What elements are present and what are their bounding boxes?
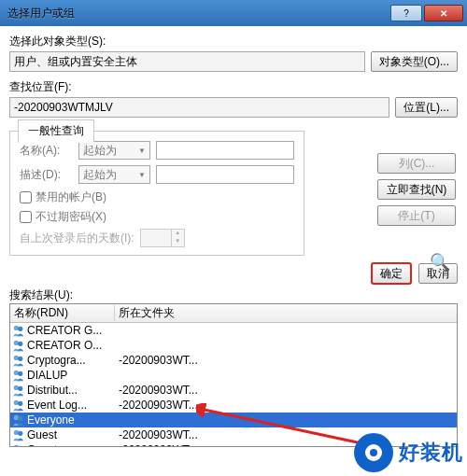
watermark-logo	[354, 433, 393, 472]
group-icon	[12, 399, 25, 412]
list-item[interactable]: Cryptogra...-20200903WT...	[10, 353, 457, 368]
results-header: 名称(RDN) 所在文件夹	[10, 304, 457, 323]
lastlogin-label: 自上次登录后的天数(I):	[20, 231, 134, 246]
list-item[interactable]: Event Log...-20200903WT...	[10, 398, 457, 413]
svg-point-17	[18, 446, 22, 447]
disabled-checkbox[interactable]: 禁用的帐户(B)	[20, 189, 294, 205]
query-group: 一般性查询 名称(A): 起始为▼ 描述(D): 起始为▼ 禁用的帐户(B) 不…	[9, 131, 304, 256]
columns-button[interactable]: 列(C)...	[377, 153, 456, 174]
list-item[interactable]: CREATOR O...	[10, 338, 457, 353]
help-button[interactable]: ?	[390, 5, 422, 21]
name-mode-select[interactable]: 起始为▼	[78, 141, 150, 160]
svg-point-0	[14, 326, 19, 330]
close-button[interactable]: ✕	[424, 5, 463, 21]
svg-point-10	[14, 400, 19, 405]
name-input[interactable]	[156, 141, 294, 160]
svg-point-15	[18, 431, 22, 436]
list-item[interactable]: Everyone	[10, 413, 457, 427]
objtype-label: 选择此对象类型(S):	[9, 34, 458, 49]
search-icon: 🔍	[430, 252, 450, 273]
svg-point-8	[14, 385, 19, 390]
ok-button[interactable]: 确定	[372, 263, 411, 284]
svg-point-3	[18, 342, 22, 346]
list-item[interactable]: Distribut...-20200903WT...	[10, 383, 457, 398]
watermark-text: 好装机	[399, 439, 463, 467]
group-icon	[12, 384, 25, 397]
stop-button[interactable]: 停止(T)	[377, 205, 456, 226]
group-icon	[12, 443, 25, 447]
tab-general[interactable]: 一般性查询	[18, 119, 94, 143]
svg-point-7	[18, 371, 22, 376]
results-list[interactable]: 名称(RDN) 所在文件夹 CREATOR G...CREATOR O...Cr…	[9, 303, 458, 447]
window-title: 选择用户或组	[7, 6, 389, 21]
svg-point-5	[18, 357, 22, 361]
group-icon	[12, 354, 25, 367]
list-item[interactable]: DIALUP	[10, 368, 457, 383]
svg-point-6	[14, 371, 19, 375]
lastlogin-spinner: ▲▼	[140, 229, 185, 247]
group-icon	[12, 324, 25, 337]
name-label: 名称(A):	[20, 143, 73, 159]
group-icon	[12, 369, 25, 382]
findnow-button[interactable]: 立即查找(N)	[377, 179, 456, 200]
watermark: 好装机	[354, 433, 463, 472]
titlebar: 选择用户或组 ? ✕	[0, 0, 467, 26]
group-icon	[12, 413, 25, 427]
desc-input[interactable]	[156, 165, 294, 184]
group-icon	[12, 428, 25, 441]
desc-mode-select[interactable]: 起始为▼	[78, 165, 150, 184]
list-item[interactable]: CREATOR G...	[10, 323, 457, 338]
svg-point-11	[18, 401, 22, 406]
svg-point-13	[18, 416, 22, 421]
svg-point-16	[14, 445, 19, 447]
chevron-down-icon: ▼	[138, 171, 146, 179]
svg-point-1	[18, 327, 22, 331]
svg-point-14	[14, 430, 19, 435]
desc-label: 描述(D):	[20, 167, 73, 183]
noexpire-checkbox[interactable]: 不过期密码(X)	[20, 209, 294, 225]
location-label: 查找位置(F):	[9, 79, 458, 95]
svg-point-4	[14, 356, 19, 360]
svg-point-9	[18, 386, 22, 391]
col-folder[interactable]: 所在文件夹	[115, 305, 457, 321]
svg-point-12	[14, 415, 19, 420]
svg-point-2	[14, 341, 19, 345]
objtype-field	[9, 51, 365, 72]
chevron-down-icon: ▼	[138, 147, 146, 155]
location-button[interactable]: 位置(L)...	[395, 97, 458, 118]
objtype-button[interactable]: 对象类型(O)...	[371, 51, 458, 72]
location-field	[9, 97, 389, 118]
results-label: 搜索结果(U):	[9, 287, 458, 303]
group-icon	[12, 339, 25, 352]
col-name[interactable]: 名称(RDN)	[10, 305, 115, 321]
